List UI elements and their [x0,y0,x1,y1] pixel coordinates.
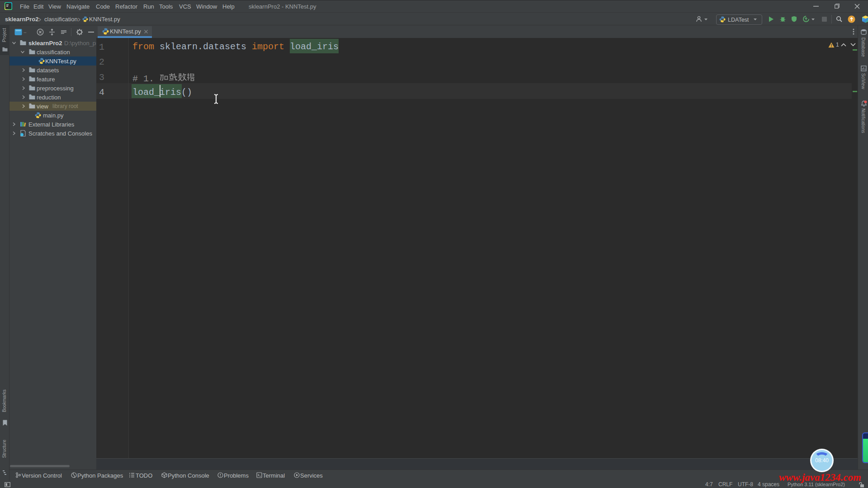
svg-text:08:40: 08:40 [815,457,829,464]
